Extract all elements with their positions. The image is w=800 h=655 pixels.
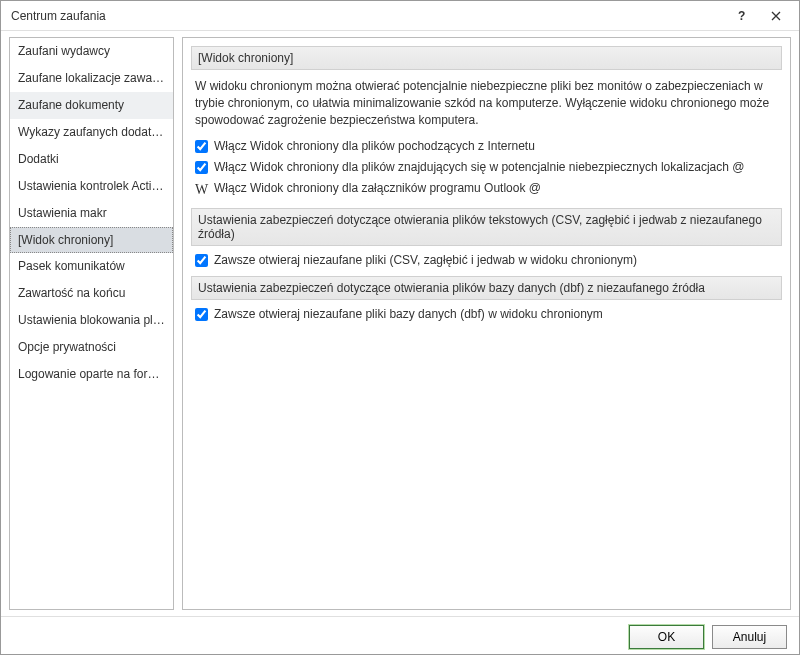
checkbox-unsafe-locations[interactable] bbox=[195, 161, 208, 174]
checkbox-internet-label: Włącz Widok chroniony dla plików pochodz… bbox=[214, 138, 778, 155]
section-header-protected-view: [Widok chroniony] bbox=[191, 46, 782, 70]
sidebar-item-protected-view[interactable]: [Widok chroniony] bbox=[10, 227, 173, 253]
sidebar: Zaufani wydawcy Zaufane lokalizacje zawa… bbox=[9, 37, 174, 610]
checkbox-text-files-label: Zawsze otwieraj niezaufane pliki (CSV, z… bbox=[214, 252, 778, 269]
sidebar-item-end-content[interactable]: Zawartość na końcu bbox=[10, 280, 173, 307]
sidebar-item-activex[interactable]: Ustawienia kontrolek ActiveX bbox=[10, 173, 173, 200]
sidebar-item-form-login[interactable]: Logowanie oparte na formularzu bbox=[10, 361, 173, 388]
checkbox-row-internet[interactable]: Włącz Widok chroniony dla plików pochodz… bbox=[195, 138, 778, 155]
section-header-dbf: Ustawienia zabezpieczeń dotyczące otwier… bbox=[191, 276, 782, 300]
checkbox-text-files[interactable] bbox=[195, 254, 208, 267]
section-header-text-files: Ustawienia zabezpieczeń dotyczące otwier… bbox=[191, 208, 782, 246]
sidebar-item-trusted-documents[interactable]: Zaufane dokumenty bbox=[10, 92, 173, 119]
sidebar-item-trusted-publishers[interactable]: Zaufani wydawcy bbox=[10, 38, 173, 65]
ok-button[interactable]: OK bbox=[629, 625, 704, 649]
footer: OK Anuluj bbox=[1, 616, 799, 655]
sidebar-item-privacy[interactable]: Opcje prywatności bbox=[10, 334, 173, 361]
cancel-button[interactable]: Anuluj bbox=[712, 625, 787, 649]
svg-text:?: ? bbox=[738, 10, 745, 22]
window-title: Centrum zaufania bbox=[11, 9, 725, 23]
checkbox-unsafe-locations-label: Włącz Widok chroniony dla plików znajduj… bbox=[214, 159, 778, 176]
sidebar-item-macros[interactable]: Ustawienia makr bbox=[10, 200, 173, 227]
checkbox-row-unsafe-locations[interactable]: Włącz Widok chroniony dla plików znajduj… bbox=[195, 159, 778, 176]
sidebar-item-addins[interactable]: Dodatki bbox=[10, 146, 173, 173]
sidebar-item-trusted-addins[interactable]: Wykazy zaufanych dodatków bbox=[10, 119, 173, 146]
content-area: Zaufani wydawcy Zaufane lokalizacje zawa… bbox=[1, 31, 799, 616]
sidebar-item-trusted-locations[interactable]: Zaufane lokalizacje zawartości bbox=[10, 65, 173, 92]
checkbox-row-outlook[interactable]: W Włącz Widok chroniony dla załączników … bbox=[195, 180, 778, 200]
titlebar: Centrum zaufania ? bbox=[1, 1, 799, 31]
checkbox-outlook-label: Włącz Widok chroniony dla załączników pr… bbox=[214, 180, 778, 197]
protected-view-description: W widoku chronionym można otwierać poten… bbox=[195, 78, 778, 128]
sidebar-item-message-bar[interactable]: Pasek komunikatów bbox=[10, 253, 173, 280]
checkbox-internet[interactable] bbox=[195, 140, 208, 153]
sidebar-item-file-block[interactable]: Ustawienia blokowania plików bbox=[10, 307, 173, 334]
checkbox-row-text-files[interactable]: Zawsze otwieraj niezaufane pliki (CSV, z… bbox=[195, 252, 778, 269]
checkbox-dbf-label: Zawsze otwieraj niezaufane pliki bazy da… bbox=[214, 306, 778, 323]
close-button[interactable] bbox=[759, 3, 793, 29]
main-panel: [Widok chroniony] W widoku chronionym mo… bbox=[182, 37, 791, 610]
help-button[interactable]: ? bbox=[725, 3, 759, 29]
checkbox-row-dbf[interactable]: Zawsze otwieraj niezaufane pliki bazy da… bbox=[195, 306, 778, 323]
word-icon: W bbox=[195, 180, 208, 200]
checkbox-dbf[interactable] bbox=[195, 308, 208, 321]
